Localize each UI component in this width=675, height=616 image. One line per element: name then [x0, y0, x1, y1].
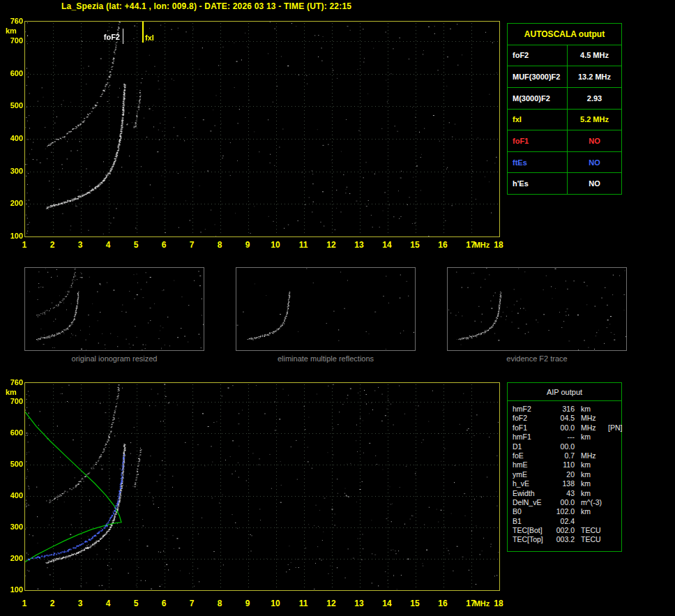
x-tick-label: 6: [156, 599, 172, 608]
aip-row: D100.0: [508, 442, 621, 451]
aip-row-unit: m^(-3): [575, 498, 605, 507]
x-tick-label: 15: [407, 599, 423, 608]
autoscala-row-value: 4.5 MHz: [568, 45, 621, 66]
aip-output-table: AIP output hmF2316kmfoF204.5MHzfoF100.0M…: [507, 382, 622, 552]
aip-row-unit: km: [575, 470, 605, 479]
thumbnail-canvas-evidence-f2: [448, 268, 626, 350]
thumbnail-eliminate-reflections: [236, 267, 416, 351]
x-tick-label: 9: [240, 599, 255, 608]
x-tick-label: 13: [351, 599, 367, 608]
y-axis-unit: km: [6, 27, 17, 35]
aip-row-name: h_vE: [508, 479, 549, 488]
aip-row-extra: [605, 442, 621, 451]
y-tick-label: 200: [4, 554, 23, 562]
x-tick-label: 6: [156, 240, 172, 250]
aip-row-extra: [605, 517, 621, 526]
x-tick-label: 18: [491, 599, 506, 608]
y-tick-label: 400: [4, 134, 23, 142]
aip-row-extra: [605, 451, 621, 460]
y-tick-label: 500: [4, 101, 23, 110]
autoscala-row-label: fxI: [508, 110, 568, 130]
x-tick-label: 8: [212, 599, 227, 608]
fxI-marker-label: fxI: [145, 33, 154, 42]
aip-row-extra: [605, 489, 621, 498]
fxI-marker-line: [142, 22, 144, 43]
x-tick-label: 10: [268, 599, 283, 608]
x-tick-label: 12: [324, 599, 339, 608]
aip-row-value: 0.7: [549, 451, 575, 460]
aip-row: B0102.0km: [508, 507, 621, 516]
autoscala-row-label: MUF(3000)F2: [508, 66, 568, 87]
foF2-marker-label: foF2: [98, 33, 120, 41]
aip-row-value: 00.0: [549, 442, 575, 451]
aip-row-extra: [605, 479, 621, 488]
aip-row-unit: TECU: [575, 535, 605, 544]
autoscala-window: La_Spezia (lat: +44.1 , lon: 009.8) - DA…: [0, 0, 675, 616]
autoscala-row: foF1NO: [508, 130, 621, 152]
aip-row-unit: [575, 442, 605, 451]
aip-row-name: hmF2: [508, 405, 549, 414]
x-tick-label: 13: [351, 240, 367, 250]
x-tick-label: 10: [268, 240, 283, 250]
x-tick-label: 16: [435, 240, 450, 250]
aip-table-rows: hmF2316kmfoF204.5MHzfoF100.0MHz[PN]hmF1-…: [508, 401, 621, 545]
aip-row: hmF1---km: [508, 433, 621, 442]
x-tick-label: 4: [100, 599, 116, 608]
x-tick-label: 14: [379, 240, 395, 250]
aip-row-unit: [575, 517, 605, 526]
autoscala-row-value: 13.2 MHz: [568, 66, 621, 87]
autoscala-row-value: 5.2 MHz: [568, 110, 621, 130]
aip-row-value: 04.5: [549, 414, 575, 423]
y-tick-label: 600: [4, 428, 23, 437]
aip-row-extra: [605, 414, 621, 423]
autoscala-row-label: h'Es: [508, 173, 568, 194]
aip-row-unit: km: [575, 405, 605, 414]
aip-row-value: 20: [549, 470, 575, 479]
aip-row-value: ---: [549, 433, 575, 442]
aip-row: foF100.0MHz[PN]: [508, 423, 621, 433]
thumbnail-caption-eliminate: eliminate multiple reflections: [236, 354, 416, 363]
aip-row-value: 00.0: [549, 423, 575, 433]
aip-row-value: 138: [549, 479, 575, 488]
aip-row: hmE110km: [508, 460, 621, 469]
aip-row-unit: km: [575, 507, 605, 516]
thumbnail-canvas-eliminate-reflections: [236, 268, 415, 350]
aip-row: TEC[Bot]002.0TECU: [508, 526, 621, 535]
aip-row-name: foF2: [508, 414, 549, 423]
autoscala-table-title: AUTOSCALA output: [508, 24, 621, 45]
thumbnail-original-ionogram: [24, 267, 204, 351]
aip-row-extra: [605, 405, 621, 414]
autoscala-row-value: NO: [568, 173, 621, 194]
aip-row-value: 002.0: [549, 526, 575, 535]
x-tick-label: 7: [184, 240, 199, 250]
station-date-time-title: La_Spezia (lat: +44.1 , lon: 009.8) - DA…: [61, 1, 351, 11]
aip-row-extra: [605, 470, 621, 479]
aip-table-title: AIP output: [508, 383, 621, 401]
aip-row-unit: MHz: [575, 423, 605, 433]
ionogram-plot-bottom: [24, 382, 500, 591]
x-tick-label: 5: [128, 599, 144, 608]
thumbnail-caption-original: original ionogram resized: [24, 354, 204, 363]
aip-row-extra: [605, 498, 621, 507]
aip-row-value: 003.2: [549, 535, 575, 544]
aip-row-name: TEC[Top]: [508, 535, 549, 544]
y-tick-label: 100: [4, 232, 23, 240]
y-tick-label: 200: [4, 199, 23, 207]
aip-row: foE0.7MHz: [508, 451, 621, 460]
aip-row-value: 00.0: [549, 498, 575, 507]
x-tick-label: 3: [73, 240, 88, 250]
aip-row: hmF2316km: [508, 405, 621, 414]
autoscala-row: ftEsNO: [508, 152, 621, 174]
x-tick-label: 7: [184, 599, 199, 608]
x-tick-label: 14: [379, 599, 395, 608]
aip-row-name: hmE: [508, 460, 549, 469]
x-tick-label: 15: [407, 240, 423, 250]
autoscala-row-label: foF2: [508, 45, 568, 66]
y-tick-label: 700: [4, 397, 23, 405]
aip-row: foF204.5MHz: [508, 414, 621, 423]
aip-row-name: B1: [508, 517, 549, 526]
aip-row-name: B0: [508, 507, 549, 516]
aip-row: B102.4: [508, 517, 621, 526]
y-tick-label: 700: [4, 36, 23, 45]
x-tick-label: 4: [100, 240, 116, 250]
